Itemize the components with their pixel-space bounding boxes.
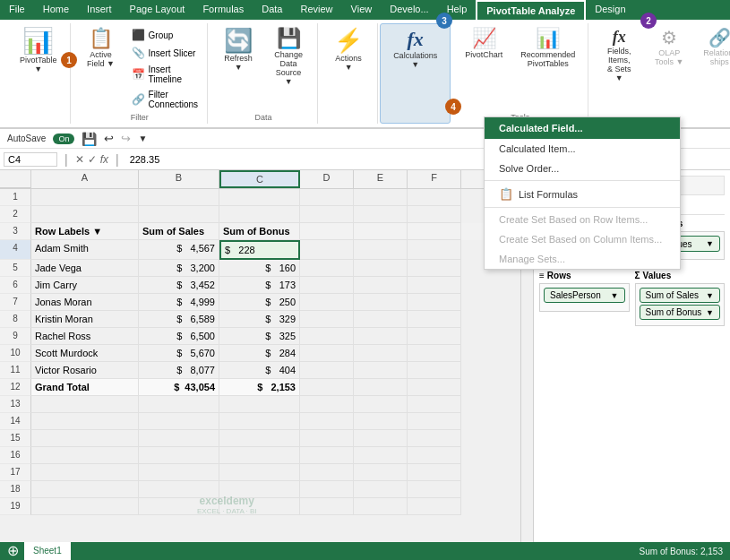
cell-c9[interactable]: $ 325 [219, 328, 300, 345]
cell-b4[interactable]: $ 4,567 [139, 240, 219, 260]
cell-f12[interactable] [408, 379, 461, 396]
active-field-button[interactable]: 📋 ActiveField ▼ [78, 25, 125, 72]
cell-f6[interactable] [408, 277, 461, 294]
col-header-c[interactable]: C [219, 170, 300, 188]
tab-insert[interactable]: Insert [78, 0, 121, 20]
rows-salesperson-tag[interactable]: SalesPerson ▼ [544, 288, 625, 303]
calculations-button[interactable]: fx Calculations▼ [386, 26, 444, 73]
cell-b9[interactable]: $ 6,500 [139, 328, 219, 345]
cell-b11[interactable]: $ 8,077 [139, 362, 219, 379]
cell-a7[interactable]: Jonas Moran [31, 294, 139, 311]
values-sum-sales-tag[interactable]: Sum of Sales ▼ [640, 288, 721, 303]
cell-f7[interactable] [408, 294, 461, 311]
col-header-f[interactable]: F [408, 170, 461, 188]
refresh-button[interactable]: 🔄 Refresh▼ [215, 25, 262, 75]
fields-items-sets-button[interactable]: fx Fields, Items,& Sets ▼ [596, 25, 642, 86]
change-data-source-button[interactable]: 💾 Change DataSource ▼ [265, 25, 312, 90]
cell-f4[interactable] [408, 240, 461, 260]
tab-data[interactable]: Data [253, 0, 291, 20]
cell-e7[interactable] [354, 294, 408, 311]
olap-tools-button[interactable]: ⚙ OLAPTools ▼ [646, 25, 692, 70]
rows-drop-zone[interactable]: SalesPerson ▼ [539, 283, 630, 312]
sheet1-tab[interactable]: Sheet1 [24, 542, 71, 560]
cell-c5[interactable]: $ 160 [219, 260, 300, 277]
cell-b3[interactable]: Sum of Sales [139, 223, 219, 240]
cell-e6[interactable] [354, 277, 408, 294]
col-header-a[interactable]: A [31, 170, 139, 188]
cell-a11[interactable]: Victor Rosario [31, 362, 139, 379]
insert-slicer-button[interactable]: 📎 Insert Slicer [128, 45, 202, 61]
cell-e9[interactable] [354, 328, 408, 345]
dropdown-list-formulas[interactable]: 📋 List Formulas [485, 183, 680, 205]
cell-c3[interactable]: Sum of Bonus [219, 223, 300, 240]
cell-a2[interactable] [31, 206, 139, 223]
cell-a8[interactable]: Kristin Moran [31, 311, 139, 328]
pivottable-button[interactable]: 📊 PivotTable▼ [13, 25, 64, 77]
pivotchart-button[interactable]: 📈 PivotChart [458, 25, 510, 63]
cell-c11[interactable]: $ 404 [219, 362, 300, 379]
sum-sales-arrow[interactable]: ▼ [706, 291, 714, 300]
col-header-e[interactable]: E [354, 170, 408, 188]
cell-d11[interactable] [300, 362, 354, 379]
cell-a10[interactable]: Scott Murdock [31, 345, 139, 362]
tab-home[interactable]: Home [34, 0, 78, 20]
tab-file[interactable]: File [0, 0, 34, 20]
cell-b5[interactable]: $ 3,200 [139, 260, 219, 277]
cell-f5[interactable] [408, 260, 461, 277]
col-header-d[interactable]: D [300, 170, 354, 188]
cell-d2[interactable] [300, 206, 354, 223]
confirm-formula-button[interactable]: ✓ [88, 153, 97, 166]
cell-d12[interactable] [300, 379, 354, 396]
cell-a6[interactable]: Jim Carry [31, 277, 139, 294]
cell-c12[interactable]: $ 2,153 [219, 379, 300, 396]
cell-b10[interactable]: $ 5,670 [139, 345, 219, 362]
dropdown-calculated-field[interactable]: Calculated Field... [485, 117, 680, 139]
cell-e11[interactable] [354, 362, 408, 379]
cell-e12[interactable] [354, 379, 408, 396]
cell-d4[interactable] [300, 240, 354, 260]
cell-e5[interactable] [354, 260, 408, 277]
tab-view[interactable]: View [342, 0, 382, 20]
sum-bonus-arrow[interactable]: ▼ [706, 308, 714, 317]
relationships-button[interactable]: 🔗 Relation-ships [696, 25, 730, 70]
cell-f9[interactable] [408, 328, 461, 345]
tab-review[interactable]: Review [291, 0, 341, 20]
customize-arrow[interactable]: ▼ [138, 134, 147, 143]
cell-a12[interactable]: Grand Total [31, 379, 139, 396]
cell-a1[interactable] [31, 189, 139, 206]
cell-b12[interactable]: $ 43,054 [139, 379, 219, 396]
cell-e2[interactable] [354, 206, 408, 223]
cell-f8[interactable] [408, 311, 461, 328]
columns-tag-arrow[interactable]: ▼ [706, 239, 714, 248]
cell-e10[interactable] [354, 345, 408, 362]
values-sum-bonus-tag[interactable]: Sum of Bonus ▼ [640, 305, 721, 320]
save-icon[interactable]: 💾 [82, 132, 97, 146]
cell-e3[interactable] [354, 223, 408, 240]
new-sheet-button[interactable]: ⊕ [7, 542, 19, 560]
cell-f11[interactable] [408, 362, 461, 379]
redo-button[interactable]: ↪ [121, 132, 131, 145]
cell-e1[interactable] [354, 189, 408, 206]
tab-formulas[interactable]: Formulas [193, 0, 253, 20]
cell-d9[interactable] [300, 328, 354, 345]
col-header-b[interactable]: B [139, 170, 219, 188]
autosave-toggle[interactable]: On [53, 134, 74, 144]
cell-c8[interactable]: $ 329 [219, 311, 300, 328]
cell-d10[interactable] [300, 345, 354, 362]
cell-a5[interactable]: Jade Vega [31, 260, 139, 277]
cell-c2[interactable] [219, 206, 300, 223]
cell-c10[interactable]: $ 284 [219, 345, 300, 362]
cell-b1[interactable] [139, 189, 219, 206]
dropdown-solve-order[interactable]: Solve Order... [485, 159, 680, 178]
cell-e8[interactable] [354, 311, 408, 328]
rows-tag-arrow[interactable]: ▼ [611, 291, 619, 300]
cell-d8[interactable] [300, 311, 354, 328]
cell-f2[interactable] [408, 206, 461, 223]
cell-a9[interactable]: Rachel Ross [31, 328, 139, 345]
cell-f3[interactable] [408, 223, 461, 240]
recommended-pivottables-button[interactable]: 📊 RecommendedPivotTables [513, 25, 582, 72]
tab-design[interactable]: Design [586, 0, 634, 20]
tab-develop[interactable]: Develo... [381, 0, 437, 20]
cell-b2[interactable] [139, 206, 219, 223]
tab-pivottable-analyze[interactable]: PivotTable Analyze [476, 0, 586, 20]
